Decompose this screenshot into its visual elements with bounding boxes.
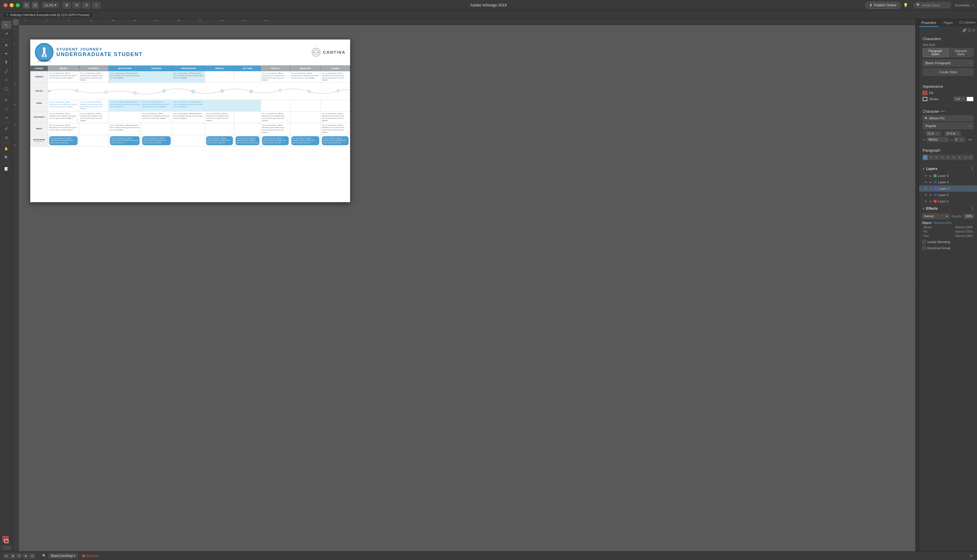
layers-header[interactable]: ▼ Layers ⋮ xyxy=(919,165,977,173)
paragraph-styles-btn[interactable]: Paragraph Styles xyxy=(923,48,948,57)
metrics-dropdown[interactable]: Metrics ▾ xyxy=(927,137,949,142)
note-tool[interactable]: 📝 xyxy=(2,165,11,173)
view-icon[interactable]: ⊡ xyxy=(82,2,90,8)
tracking-more-btn[interactable]: ••• xyxy=(967,137,974,142)
minimize-button[interactable] xyxy=(10,3,14,7)
leading-input[interactable]: 14.4 pt ▲▼ xyxy=(945,131,961,136)
character-styles-btn[interactable]: Character Styles xyxy=(948,48,974,57)
layout-icon[interactable]: ⊞ xyxy=(62,2,71,8)
rotate-tool[interactable]: ↻ xyxy=(2,96,11,104)
shape-tool[interactable]: ◯ xyxy=(2,85,11,93)
hand-tool[interactable]: ✋ xyxy=(2,145,11,153)
page-number-input[interactable]: 1 xyxy=(16,553,22,558)
stroke-color-preview[interactable] xyxy=(967,97,974,102)
fill-swatch[interactable] xyxy=(923,91,927,95)
grid-view-icon[interactable]: ⊞ xyxy=(969,553,974,558)
fill-row: Fill xyxy=(923,91,974,95)
lightbulb-icon[interactable]: 💡 xyxy=(903,3,908,8)
frame-tool[interactable]: □ xyxy=(2,76,11,84)
first-page-btn[interactable]: ⏮ xyxy=(3,553,9,558)
align-justify-all-btn[interactable]: ≡ xyxy=(957,155,962,160)
scale-tool[interactable]: ⤡ xyxy=(2,105,11,113)
feeling-row: FEELING xyxy=(30,83,350,100)
effects-options-icon[interactable]: ⋮ xyxy=(970,207,974,211)
align-justify-right-btn[interactable]: ≡ xyxy=(951,155,956,160)
layer-4-eye-icon[interactable]: 👁 xyxy=(924,180,928,184)
layer-row-2[interactable]: 👁 ▶ Layer 2 xyxy=(919,198,977,205)
layer-5-eye-icon[interactable]: 👁 xyxy=(924,193,928,197)
fullscreen-button[interactable] xyxy=(16,3,20,7)
cc-libraries-tab[interactable]: CC Libraries xyxy=(958,19,977,27)
style-dropdown[interactable]: [Basic] (working) ▾ xyxy=(49,553,78,558)
layer-row-3[interactable]: 👁 ▶ Layer 3 xyxy=(919,173,977,179)
isolate-checkbox[interactable] xyxy=(922,240,926,244)
gap-tool[interactable]: ⊞ xyxy=(2,41,11,49)
document-tab[interactable]: ✕ Indesign Interface Example.indd @ 21% … xyxy=(2,12,93,18)
font-style-dropdown[interactable]: Regular ▾ xyxy=(923,122,974,129)
shear-tool[interactable]: ⊿ xyxy=(2,113,11,122)
align-left-btn[interactable]: ≡ xyxy=(923,155,928,160)
layers-options-icon[interactable]: ⋮ xyxy=(970,167,974,171)
character-more-btn[interactable]: ••• xyxy=(939,109,946,113)
effects-header[interactable]: ▼ Effects ⋮ xyxy=(919,205,977,212)
stock-icon[interactable]: St xyxy=(32,2,38,8)
gradient-tool[interactable]: ◫ xyxy=(2,133,11,142)
stroke-weight-input[interactable]: 1 pt ▲▼ xyxy=(954,97,966,102)
tab-close-icon[interactable]: ✕ xyxy=(6,13,8,16)
errors-indicator[interactable]: 35 errors xyxy=(82,554,99,558)
selection-tool[interactable]: ↖ xyxy=(2,21,11,29)
layer-2-eye-icon[interactable]: 👁 xyxy=(924,199,928,203)
tracking-input[interactable]: 0 ▲▼ xyxy=(954,137,965,142)
font-search-row[interactable]: 🔍 Minion Pro ▾ xyxy=(923,115,974,121)
blend-mode-dropdown[interactable]: Normal ▾ xyxy=(922,213,950,219)
last-page-btn[interactable]: ⏭ xyxy=(30,553,35,558)
font-size-input[interactable]: 12 pt ▲▼ xyxy=(926,131,941,136)
apply-gradient-btn[interactable]: ◫ xyxy=(5,545,8,550)
stroke-color[interactable] xyxy=(4,539,8,543)
link-icon[interactable]: 🔗 xyxy=(962,28,967,32)
layer-row-4[interactable]: 👁 ▶ Layer 4 xyxy=(919,179,977,185)
align-justify-center-btn[interactable]: ≡ xyxy=(945,155,951,160)
eyedropper-tool[interactable]: 🖊 xyxy=(2,125,11,133)
close-button[interactable] xyxy=(3,3,8,7)
layer-1-eye-icon[interactable]: 👁 xyxy=(924,187,928,190)
line-tool[interactable]: ╱ xyxy=(2,67,11,75)
properties-tab[interactable]: Properties xyxy=(919,19,939,27)
bridge-icon[interactable]: Br xyxy=(23,2,30,8)
type-tool[interactable]: T xyxy=(2,58,11,67)
prev-page-btn[interactable]: ◀ xyxy=(10,553,15,558)
opacity-value[interactable]: 100% xyxy=(964,214,974,219)
next-page-btn[interactable]: ▶ xyxy=(23,553,28,558)
align-center-btn[interactable]: ≡ xyxy=(928,155,934,160)
align-left2-btn[interactable]: ⇥ xyxy=(963,155,968,160)
pen-tool[interactable]: ✒ xyxy=(2,50,11,58)
mode-icon[interactable]: ◇ xyxy=(92,2,100,8)
apply-color-btn[interactable]: □ xyxy=(2,545,4,550)
basic-paragraph-dropdown[interactable]: [Basic Paragraph] ▾ xyxy=(923,60,974,67)
layer-3-eye-icon[interactable]: 👁 xyxy=(924,174,928,178)
pain-alumni: Tus, te moloraectur, officab iderultion … xyxy=(321,112,350,123)
pages-tab[interactable]: Pages xyxy=(939,19,957,27)
publish-online-button[interactable]: ⬆ Publish Online xyxy=(865,2,900,9)
essentials-label[interactable]: Essentials xyxy=(955,3,970,7)
zoom-tool[interactable]: 🔍 xyxy=(2,153,11,162)
stroke-swatch[interactable] xyxy=(923,97,927,101)
app-icon-group: Br St xyxy=(23,2,38,8)
panel-collapse-button[interactable]: ‹ xyxy=(915,19,919,551)
arrange-icon[interactable]: ⊟ xyxy=(72,2,80,8)
layer-1-edit-icon[interactable]: ✏ xyxy=(972,187,975,190)
knockout-checkbox[interactable] xyxy=(922,246,926,250)
apply-none-btn[interactable]: ⊘ xyxy=(8,545,11,550)
zoom-control[interactable]: 21.2% ▾ xyxy=(42,2,59,8)
align-justify-btn[interactable]: ≡ xyxy=(940,155,945,160)
swap-icon[interactable]: ⇄ xyxy=(972,28,975,32)
align-right2-btn[interactable]: ⇤ xyxy=(968,155,974,160)
stock-search-input[interactable]: 🔍 Adobe Stock xyxy=(913,2,951,8)
direct-select-tool[interactable]: ↗ xyxy=(2,30,11,38)
layer-row-5[interactable]: 👁 ▶ Layer 5 xyxy=(919,192,977,198)
layer-row-1[interactable]: 👁 ▼ Layer 1 ✏ xyxy=(919,185,977,192)
menu-lines-icon[interactable]: ☰ xyxy=(968,28,971,32)
align-right-btn[interactable]: ≡ xyxy=(934,155,939,160)
create-style-button[interactable]: Create Style xyxy=(923,68,974,76)
preflight-icon[interactable]: 🔍 xyxy=(42,554,46,558)
